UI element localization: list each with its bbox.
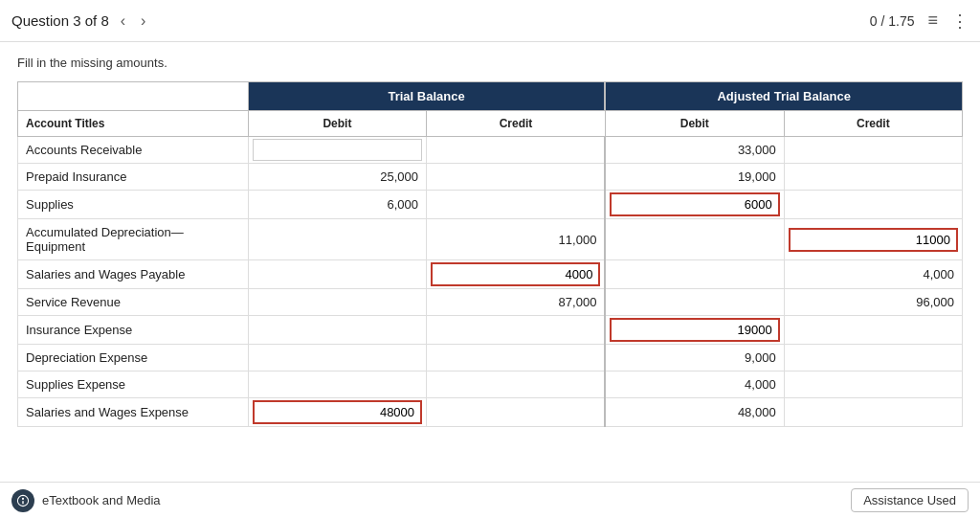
trial-debit-input[interactable] [253, 139, 422, 161]
trial-debit-cell [248, 289, 426, 316]
trial-credit-cell[interactable] [427, 260, 606, 289]
table-row: Accounts Receivable33,000 [18, 137, 963, 164]
content-area: Fill in the missing amounts. Trial Balan… [0, 42, 980, 482]
adj-credit-cell [784, 191, 962, 219]
adj-debit-cell: 19,000 [605, 164, 784, 191]
brand-section: eTextbook and Media [11, 489, 161, 512]
adj-credit-cell: 4,000 [784, 260, 962, 289]
adj-credit-cell [784, 137, 962, 164]
adj-debit-cell[interactable] [605, 316, 784, 345]
account-name-cell: Insurance Expense [18, 316, 249, 345]
trial-debit-cell[interactable] [248, 398, 426, 427]
account-titles-header: Account Titles [18, 111, 249, 137]
table-row: Supplies6,000 [18, 191, 963, 219]
trial-credit-input[interactable] [431, 262, 600, 286]
account-name-cell: Salaries and Wages Payable [18, 260, 249, 289]
account-name-cell: Service Revenue [18, 289, 249, 316]
adj-credit-cell [784, 164, 962, 191]
table-body: Accounts Receivable33,000Prepaid Insuran… [18, 137, 963, 427]
trial-credit-header: Credit [427, 111, 606, 137]
table-row: Salaries and Wages Payable4,000 [18, 260, 963, 289]
account-name-cell: Prepaid Insurance [18, 164, 249, 191]
table-row: Salaries and Wages Expense48,000 [18, 398, 963, 427]
trial-credit-cell [427, 398, 606, 427]
adj-debit-input[interactable] [610, 318, 779, 342]
adj-debit-input[interactable] [610, 192, 779, 216]
trial-credit-cell: 87,000 [427, 289, 606, 316]
adj-debit-cell [605, 219, 784, 260]
adj-credit-cell[interactable] [784, 219, 962, 260]
svg-rect-2 [22, 501, 23, 505]
trial-credit-cell [427, 191, 606, 219]
question-title: Question 3 of 8 [11, 12, 109, 29]
account-name-cell: Supplies Expense [18, 372, 249, 398]
adj-debit-cell [605, 289, 784, 316]
adj-debit-cell: 9,000 [605, 345, 784, 372]
adj-debit-cell: 48,000 [605, 398, 784, 427]
next-button[interactable]: › [137, 11, 149, 32]
trial-credit-cell [427, 164, 606, 191]
trial-debit-input[interactable] [253, 400, 422, 424]
adj-credit-cell [784, 316, 962, 345]
account-name-cell: Accounts Receivable [18, 137, 249, 164]
trial-credit-cell [427, 372, 606, 398]
trial-debit-cell[interactable] [248, 137, 426, 164]
adj-trial-balance-header: Adjusted Trial Balance [605, 82, 962, 111]
adj-debit-header: Debit [605, 111, 784, 137]
account-name-cell: Salaries and Wages Expense [18, 398, 249, 427]
trial-debit-cell: 25,000 [248, 164, 426, 191]
brand-svg [16, 494, 30, 507]
table-row: Prepaid Insurance25,00019,000 [18, 164, 963, 191]
trial-debit-cell: 6,000 [248, 191, 426, 219]
trial-credit-cell: 11,000 [427, 219, 606, 260]
table-row: Depreciation Expense9,000 [18, 345, 963, 372]
adj-debit-cell [605, 260, 784, 289]
table-row: Service Revenue87,00096,000 [18, 289, 963, 316]
bottom-bar: eTextbook and Media Assistance Used [0, 482, 980, 518]
brand-icon [11, 489, 34, 512]
adj-credit-cell [784, 372, 962, 398]
top-bar-right: 0 / 1.75 ≡ ⋮ [870, 11, 969, 32]
table-row: Supplies Expense4,000 [18, 372, 963, 398]
adj-credit-cell [784, 398, 962, 427]
assistance-button[interactable]: Assistance Used [851, 488, 969, 512]
adj-credit-cell [784, 345, 962, 372]
adj-credit-input[interactable] [789, 228, 958, 252]
prev-button[interactable]: ‹ [117, 11, 129, 32]
score-display: 0 / 1.75 [870, 13, 915, 29]
trial-debit-cell [248, 345, 426, 372]
empty-header [18, 82, 249, 111]
trial-credit-cell [427, 345, 606, 372]
trial-balance-header: Trial Balance [248, 82, 605, 111]
trial-credit-cell [427, 137, 606, 164]
brand-label: eTextbook and Media [42, 493, 161, 507]
list-icon-button[interactable]: ≡ [927, 11, 938, 31]
adj-credit-cell: 96,000 [784, 289, 962, 316]
trial-debit-cell [248, 372, 426, 398]
adj-debit-cell[interactable] [605, 191, 784, 219]
account-name-cell: Supplies [18, 191, 249, 219]
instructions-text: Fill in the missing amounts. [17, 56, 963, 70]
trial-credit-cell [427, 316, 606, 345]
account-name-cell: Depreciation Expense [18, 345, 249, 372]
table-row: Accumulated Depreciation—Equipment11,000 [18, 219, 963, 260]
adj-credit-header: Credit [784, 111, 962, 137]
trial-debit-cell [248, 219, 426, 260]
trial-debit-cell [248, 316, 426, 345]
trial-debit-header: Debit [248, 111, 426, 137]
more-icon-button[interactable]: ⋮ [951, 11, 969, 32]
trial-debit-cell [248, 260, 426, 289]
top-bar-left: Question 3 of 8 ‹ › [11, 11, 149, 32]
adj-debit-cell: 33,000 [605, 137, 784, 164]
account-name-cell: Accumulated Depreciation—Equipment [18, 219, 249, 260]
worksheet-table: Trial Balance Adjusted Trial Balance Acc… [17, 81, 963, 427]
col-header-row: Account Titles Debit Credit Debit Credit [18, 111, 963, 137]
section-header-row: Trial Balance Adjusted Trial Balance [18, 82, 963, 111]
table-row: Insurance Expense [18, 316, 963, 345]
top-bar: Question 3 of 8 ‹ › 0 / 1.75 ≡ ⋮ [0, 0, 980, 42]
adj-debit-cell: 4,000 [605, 372, 784, 398]
svg-point-1 [22, 497, 24, 499]
